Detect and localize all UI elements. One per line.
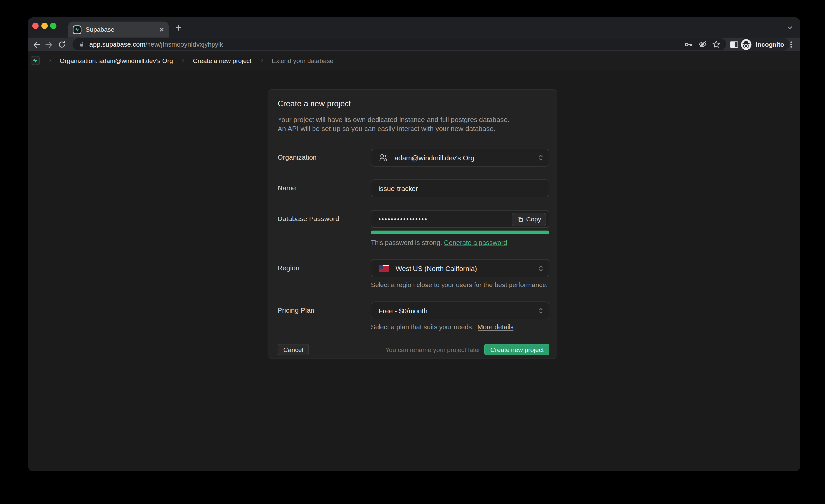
password-strength-bar [371,231,549,234]
pricing-helper-text: Select a plan that suits your needs. [371,324,473,331]
region-helper: Select a region close to your users for … [371,282,549,289]
chevron-up-down-icon [537,154,545,162]
create-project-card: Create a new project Your project will h… [268,89,557,359]
reload-button[interactable] [56,38,68,51]
side-panel-icon[interactable] [728,38,740,51]
desktop: Supabase [0,0,825,504]
incognito-label: Incognito [756,41,784,48]
organization-label: Organization [278,149,371,166]
region-select[interactable]: West US (North California) [371,259,549,277]
forward-button[interactable] [42,38,55,51]
chevron-up-down-icon [537,307,545,314]
pricing-select[interactable]: Free - $0/month [371,301,549,319]
password-key-icon[interactable] [683,38,694,50]
name-input[interactable]: issue-tracker [371,179,549,197]
window-minimize-button[interactable] [41,23,48,29]
card-footer: Cancel You can rename your project later… [268,340,557,359]
region-value: West US (North California) [396,264,477,272]
tab-title: Supabase [86,26,159,33]
incognito-avatar-icon [741,39,752,50]
rename-note: You can rename your project later [385,346,480,353]
browser-toolbar: app.supabase.com/new/jfnsmqoynldvxjyhpyl… [28,38,800,52]
region-row: Region West US (North California) Select… [278,259,549,289]
password-row: Database Password •••••••••••••••• [278,210,549,246]
password-label: Database Password [278,210,371,246]
card-header: Create a new project Your project will h… [268,90,557,141]
region-label: Region [278,259,371,289]
card-body: Organization [268,141,557,340]
password-masked-value: •••••••••••••••• [378,215,428,223]
card-description: Your project will have its own dedicated… [278,116,547,133]
description-line-2: An API will be set up so you can easily … [278,125,547,133]
description-line-1: Your project will have its own dedicated… [278,116,547,125]
name-value: issue-tracker [378,184,418,192]
back-button[interactable] [30,38,43,51]
organization-select[interactable]: adam@windmill.dev's Org [371,149,549,166]
organization-value: adam@windmill.dev's Org [395,154,474,162]
us-flag-icon [378,265,389,272]
app-header: Organization: adam@windmill.dev's Org Cr… [28,51,800,70]
tab-search-chevron-icon[interactable] [783,21,796,34]
pricing-helper: Select a plan that suits your needs. Mor… [371,324,549,331]
organization-row: Organization [278,149,549,166]
page-content: Create a new project Your project will h… [28,71,800,471]
copy-icon [517,216,523,222]
tab-strip: Supabase [28,17,800,38]
users-icon [378,153,388,162]
browser-tab[interactable]: Supabase [68,22,169,38]
tab-close-icon[interactable] [159,27,164,32]
cancel-button[interactable]: Cancel [278,344,309,355]
url-path: /new/jfnsmqoynldvxjyhpylk [145,41,223,48]
supabase-favicon-icon [73,25,81,34]
breadcrumb-chevron-icon [47,58,53,64]
create-new-project-button[interactable]: Create new project [484,344,549,355]
eye-off-icon[interactable] [697,38,708,50]
password-helper: This password is strong. Generate a pass… [371,239,549,246]
name-label: Name [278,179,371,197]
chevron-up-down-icon [537,264,545,272]
password-strength-text: This password is strong. [371,239,442,246]
pricing-row: Pricing Plan Free - $0/month Select a pl… [278,301,549,331]
bookmark-star-icon[interactable] [710,38,722,50]
breadcrumb-chevron-icon [180,58,186,64]
pricing-label: Pricing Plan [278,301,371,331]
breadcrumb-create-project[interactable]: Create a new project [193,57,251,64]
browser-window: Supabase [28,17,800,471]
pricing-value: Free - $0/month [378,307,427,314]
supabase-logo[interactable] [31,56,40,65]
url-host: app.supabase.com [89,41,145,48]
window-close-button[interactable] [32,23,39,29]
more-details-link[interactable]: More details [477,324,514,331]
name-row: Name issue-tracker [278,179,549,197]
page-title: Create a new project [278,98,547,109]
window-zoom-button[interactable] [50,23,57,29]
generate-password-link[interactable]: Generate a password [444,239,507,246]
new-tab-button[interactable] [172,21,184,34]
url-bar[interactable]: app.supabase.com/new/jfnsmqoynldvxjyhpyl… [73,38,726,50]
copy-password-button[interactable]: Copy [512,213,546,226]
browser-menu-kebab-icon[interactable] [785,38,797,51]
breadcrumb-extend-database: Extend your database [272,57,333,64]
breadcrumb-chevron-icon [259,58,265,64]
password-input[interactable]: •••••••••••••••• Copy [371,210,549,228]
url-text: app.supabase.com/new/jfnsmqoynldvxjyhpyl… [89,41,681,48]
breadcrumb-organization[interactable]: Organization: adam@windmill.dev's Org [60,57,173,64]
copy-label: Copy [526,216,541,223]
lock-icon [79,41,85,48]
incognito-badge[interactable]: Incognito [740,38,790,51]
